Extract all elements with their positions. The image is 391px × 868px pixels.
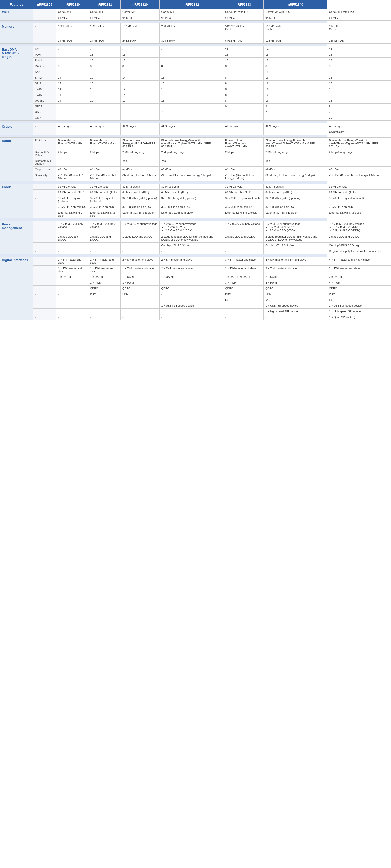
table-cell: 9 bbox=[327, 103, 391, 109]
table-cell: 10 bbox=[88, 98, 120, 103]
table-cell: AES engine bbox=[223, 123, 263, 129]
table-cell: - bbox=[160, 52, 223, 58]
table-cell: 192 kB flash bbox=[56, 23, 88, 32]
table-cell: - bbox=[160, 280, 223, 286]
subfeature-label: SPIS bbox=[33, 81, 56, 86]
table-cell: - bbox=[223, 248, 263, 254]
subfeature-label: SAADC bbox=[33, 69, 56, 75]
subfeature-label: - bbox=[33, 257, 56, 266]
table-cell: 32.768 kHz crystal (optional) bbox=[56, 195, 88, 204]
table-cell: 15 bbox=[223, 52, 263, 58]
table-cell: 32.768 kHz crystal (optional) bbox=[264, 195, 327, 204]
table-cell: 8 bbox=[56, 63, 88, 69]
subfeature-label: Protocols bbox=[33, 137, 56, 149]
table-cell: Yes bbox=[264, 158, 327, 167]
table-cell: - bbox=[88, 309, 120, 314]
table-cell: +8 dBm bbox=[160, 167, 223, 173]
table-cell: 4 × SPI master and 3 × SPI slave bbox=[327, 257, 391, 266]
table-cell: 15 bbox=[160, 98, 223, 103]
table-cell: +8 dBm bbox=[264, 167, 327, 173]
subfeature-label: - bbox=[33, 195, 56, 204]
table-cell: 1.7 V to 5.5 V supply voltage1.7 V to 3.… bbox=[327, 221, 391, 234]
table-cell: QDEC bbox=[223, 286, 263, 291]
table-cell: 1.7 V to 5.5 V supply voltage1.7 V to 3.… bbox=[160, 221, 223, 234]
table-cell: 14 bbox=[121, 92, 160, 98]
table-cell: - bbox=[264, 314, 327, 320]
table-cell: 32.768 kHz on-chip RC bbox=[223, 204, 263, 210]
table-cell: QDEC bbox=[88, 286, 120, 291]
table-cell: - bbox=[121, 103, 160, 109]
table-cell: 16 bbox=[264, 81, 327, 86]
table-cell: 10 bbox=[88, 86, 120, 92]
table-cell: 8 bbox=[121, 63, 160, 69]
table-row: Bluetooth 5 PHYs2 Mbps2 Mbps2 Mbps/Long … bbox=[0, 149, 391, 158]
subfeature-label: - bbox=[33, 184, 56, 190]
table-cell: 16 bbox=[327, 81, 391, 86]
subfeature-label: - bbox=[33, 15, 56, 21]
table-cell: 1 stage LDO and DC/DC bbox=[223, 234, 263, 243]
table-cell: 16 bbox=[264, 98, 327, 103]
table-cell: Bluetooth Low Energy/ANT/2.4 GHz bbox=[56, 137, 88, 149]
table-row: -64 MHz64 MHz64 MHz64 MHz64 MHz64 MHz64 … bbox=[0, 15, 391, 21]
table-cell: 14 bbox=[56, 86, 88, 92]
table-cell: 9 bbox=[264, 103, 327, 109]
table-cell: 2 Mbps bbox=[88, 149, 120, 158]
table-cell: 32.768 kHz on-chip RC bbox=[264, 204, 327, 210]
subfeature-label: Output power bbox=[33, 167, 56, 173]
table-cell: - bbox=[88, 109, 120, 115]
table-row: Sensitivity-97 dBm (Bluetooth 1 Mbps)-96… bbox=[0, 173, 391, 181]
table-cell: 64 MHz bbox=[264, 15, 327, 21]
table-cell: 32 MHz crystal bbox=[223, 184, 263, 190]
table-cell: 14 bbox=[56, 98, 88, 103]
table-cell: 256 kB flash bbox=[160, 23, 223, 32]
table-cell: 15 bbox=[160, 92, 223, 98]
table-row: Output power+4 dBm+4 dBm+4 dBm+8 dBm+4 d… bbox=[0, 167, 391, 173]
comparison-table: Features nRF52805 nRF52810 nRF52811 nRF5… bbox=[0, 0, 391, 320]
table-cell: I2S bbox=[264, 297, 327, 303]
table-cell: PDM bbox=[264, 291, 327, 297]
table-cell: 64 MHz on chip (PLL) bbox=[327, 190, 391, 195]
table-cell: 1 × USB Full-speed device bbox=[160, 303, 223, 309]
table-cell: 512/256 kB flashCache bbox=[223, 23, 263, 32]
subfeature-label: - bbox=[33, 38, 56, 43]
table-cell: - bbox=[223, 303, 263, 309]
table-cell: 1 × UARTE bbox=[88, 274, 120, 280]
table-row: -64 MHz on chip (PLL)64 MHz on chip (PLL… bbox=[0, 190, 391, 195]
table-cell: 8 bbox=[327, 63, 391, 69]
subfeature-label: - bbox=[33, 210, 56, 218]
table-cell: -96 dBm (Bluetooth Low Energy 1 Mbps) bbox=[223, 173, 263, 181]
table-cell: - bbox=[264, 248, 327, 254]
table-row: -1 stage LDO and DC/DC1 stage LDO and DC… bbox=[0, 234, 391, 243]
subfeature-label: - bbox=[33, 204, 56, 210]
table-cell: 64 MHz bbox=[56, 15, 88, 21]
table-cell: 64 MHz on chip (PLL) bbox=[160, 190, 223, 195]
table-cell: 14 bbox=[56, 92, 88, 98]
table-cell: 14 bbox=[121, 75, 160, 81]
subfeature-label: - bbox=[33, 303, 56, 309]
table-cell: Cortex-M4 with FPU bbox=[223, 9, 263, 15]
table-cell: 2 Mbps/Long range bbox=[327, 149, 391, 158]
table-cell: - bbox=[56, 46, 88, 52]
table-cell: 192 kB flash bbox=[88, 23, 120, 32]
table-cell: - bbox=[121, 32, 160, 38]
table-cell: - bbox=[88, 243, 120, 248]
table-cell: 64 MHz bbox=[88, 15, 120, 21]
table-cell: Bluetooth Low Energy/ANT/2.4 GHz bbox=[88, 137, 120, 149]
table-cell: - bbox=[223, 243, 263, 248]
table-cell: 64 MHz on chip (PLL) bbox=[56, 190, 88, 195]
table-cell: 1 × PWM bbox=[88, 280, 120, 286]
table-row: SPIM1410141581616 bbox=[0, 75, 391, 81]
subfeature-label: - bbox=[33, 123, 56, 129]
table-cell: AES engine bbox=[264, 123, 327, 129]
subfeature-label: - bbox=[33, 280, 56, 286]
table-cell: QDEC bbox=[121, 286, 160, 291]
table-cell: 8 bbox=[223, 92, 263, 98]
feature-cell: CPU bbox=[0, 9, 33, 21]
table-cell: - bbox=[160, 297, 223, 303]
table-cell: 32.768 kHz crystal (optional) bbox=[160, 195, 223, 204]
subfeature-label: USBD bbox=[33, 109, 56, 115]
subfeature-label: SPIM bbox=[33, 75, 56, 81]
subfeature-label: - bbox=[33, 309, 56, 314]
header-col5: nRF52832 bbox=[160, 0, 223, 9]
table-cell: External 32.768 kHz clock bbox=[223, 210, 263, 218]
